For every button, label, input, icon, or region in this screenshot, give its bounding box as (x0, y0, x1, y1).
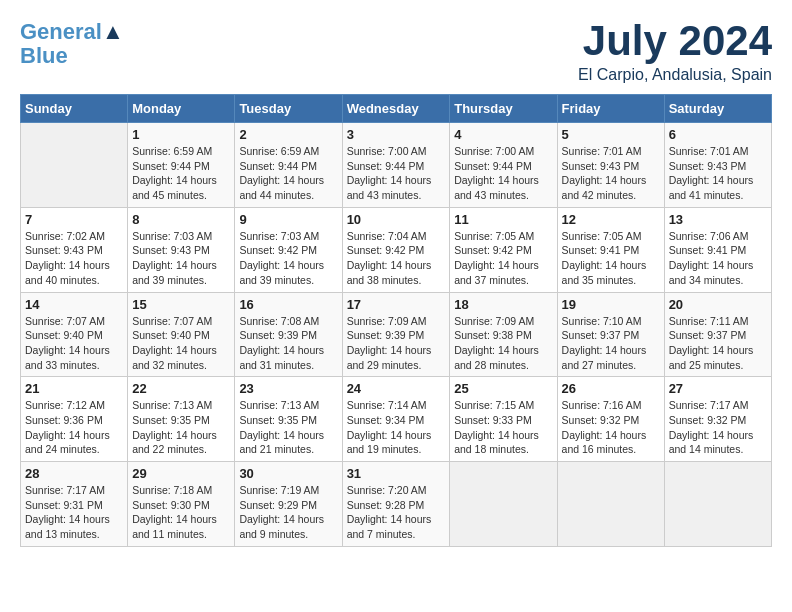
calendar-cell (450, 462, 557, 547)
day-info: Sunrise: 7:15 AM Sunset: 9:33 PM Dayligh… (454, 398, 552, 457)
day-number: 5 (562, 127, 660, 142)
day-number: 27 (669, 381, 767, 396)
day-info: Sunrise: 7:06 AM Sunset: 9:41 PM Dayligh… (669, 229, 767, 288)
calendar-cell: 19Sunrise: 7:10 AM Sunset: 9:37 PM Dayli… (557, 292, 664, 377)
day-info: Sunrise: 6:59 AM Sunset: 9:44 PM Dayligh… (239, 144, 337, 203)
day-number: 19 (562, 297, 660, 312)
header-cell-monday: Monday (128, 95, 235, 123)
calendar-body: 1Sunrise: 6:59 AM Sunset: 9:44 PM Daylig… (21, 123, 772, 547)
day-info: Sunrise: 7:20 AM Sunset: 9:28 PM Dayligh… (347, 483, 446, 542)
day-number: 21 (25, 381, 123, 396)
calendar-cell (664, 462, 771, 547)
calendar-cell: 4Sunrise: 7:00 AM Sunset: 9:44 PM Daylig… (450, 123, 557, 208)
day-info: Sunrise: 7:13 AM Sunset: 9:35 PM Dayligh… (132, 398, 230, 457)
calendar-cell: 5Sunrise: 7:01 AM Sunset: 9:43 PM Daylig… (557, 123, 664, 208)
day-number: 9 (239, 212, 337, 227)
calendar-cell: 14Sunrise: 7:07 AM Sunset: 9:40 PM Dayli… (21, 292, 128, 377)
day-number: 10 (347, 212, 446, 227)
calendar-cell: 28Sunrise: 7:17 AM Sunset: 9:31 PM Dayli… (21, 462, 128, 547)
calendar-cell: 13Sunrise: 7:06 AM Sunset: 9:41 PM Dayli… (664, 207, 771, 292)
calendar-cell: 3Sunrise: 7:00 AM Sunset: 9:44 PM Daylig… (342, 123, 450, 208)
day-number: 22 (132, 381, 230, 396)
subtitle: El Carpio, Andalusia, Spain (578, 66, 772, 84)
day-info: Sunrise: 7:07 AM Sunset: 9:40 PM Dayligh… (132, 314, 230, 373)
calendar-cell: 11Sunrise: 7:05 AM Sunset: 9:42 PM Dayli… (450, 207, 557, 292)
calendar-header-row: SundayMondayTuesdayWednesdayThursdayFrid… (21, 95, 772, 123)
day-info: Sunrise: 7:12 AM Sunset: 9:36 PM Dayligh… (25, 398, 123, 457)
calendar-cell: 16Sunrise: 7:08 AM Sunset: 9:39 PM Dayli… (235, 292, 342, 377)
day-number: 2 (239, 127, 337, 142)
week-row-1: 7Sunrise: 7:02 AM Sunset: 9:43 PM Daylig… (21, 207, 772, 292)
calendar-cell: 8Sunrise: 7:03 AM Sunset: 9:43 PM Daylig… (128, 207, 235, 292)
header-cell-tuesday: Tuesday (235, 95, 342, 123)
calendar-table: SundayMondayTuesdayWednesdayThursdayFrid… (20, 94, 772, 547)
calendar-cell: 7Sunrise: 7:02 AM Sunset: 9:43 PM Daylig… (21, 207, 128, 292)
day-number: 4 (454, 127, 552, 142)
header-cell-friday: Friday (557, 95, 664, 123)
calendar-cell: 10Sunrise: 7:04 AM Sunset: 9:42 PM Dayli… (342, 207, 450, 292)
calendar-cell: 23Sunrise: 7:13 AM Sunset: 9:35 PM Dayli… (235, 377, 342, 462)
day-info: Sunrise: 7:00 AM Sunset: 9:44 PM Dayligh… (454, 144, 552, 203)
day-info: Sunrise: 7:03 AM Sunset: 9:43 PM Dayligh… (132, 229, 230, 288)
header-cell-wednesday: Wednesday (342, 95, 450, 123)
day-number: 24 (347, 381, 446, 396)
day-number: 6 (669, 127, 767, 142)
calendar-cell (557, 462, 664, 547)
day-info: Sunrise: 7:10 AM Sunset: 9:37 PM Dayligh… (562, 314, 660, 373)
logo-text: General▲Blue (20, 20, 124, 68)
day-info: Sunrise: 7:09 AM Sunset: 9:39 PM Dayligh… (347, 314, 446, 373)
calendar-cell: 26Sunrise: 7:16 AM Sunset: 9:32 PM Dayli… (557, 377, 664, 462)
logo: General▲Blue (20, 20, 124, 68)
day-number: 26 (562, 381, 660, 396)
day-number: 29 (132, 466, 230, 481)
day-number: 12 (562, 212, 660, 227)
day-info: Sunrise: 7:09 AM Sunset: 9:38 PM Dayligh… (454, 314, 552, 373)
week-row-2: 14Sunrise: 7:07 AM Sunset: 9:40 PM Dayli… (21, 292, 772, 377)
calendar-cell: 17Sunrise: 7:09 AM Sunset: 9:39 PM Dayli… (342, 292, 450, 377)
day-number: 23 (239, 381, 337, 396)
calendar-cell: 27Sunrise: 7:17 AM Sunset: 9:32 PM Dayli… (664, 377, 771, 462)
day-number: 20 (669, 297, 767, 312)
calendar-cell (21, 123, 128, 208)
day-info: Sunrise: 7:14 AM Sunset: 9:34 PM Dayligh… (347, 398, 446, 457)
calendar-cell: 22Sunrise: 7:13 AM Sunset: 9:35 PM Dayli… (128, 377, 235, 462)
day-number: 25 (454, 381, 552, 396)
day-info: Sunrise: 7:16 AM Sunset: 9:32 PM Dayligh… (562, 398, 660, 457)
day-number: 30 (239, 466, 337, 481)
day-number: 1 (132, 127, 230, 142)
day-number: 31 (347, 466, 446, 481)
day-info: Sunrise: 7:04 AM Sunset: 9:42 PM Dayligh… (347, 229, 446, 288)
calendar-cell: 20Sunrise: 7:11 AM Sunset: 9:37 PM Dayli… (664, 292, 771, 377)
day-info: Sunrise: 7:07 AM Sunset: 9:40 PM Dayligh… (25, 314, 123, 373)
calendar-cell: 2Sunrise: 6:59 AM Sunset: 9:44 PM Daylig… (235, 123, 342, 208)
day-info: Sunrise: 7:13 AM Sunset: 9:35 PM Dayligh… (239, 398, 337, 457)
day-info: Sunrise: 7:01 AM Sunset: 9:43 PM Dayligh… (669, 144, 767, 203)
main-title: July 2024 (578, 20, 772, 62)
day-info: Sunrise: 7:18 AM Sunset: 9:30 PM Dayligh… (132, 483, 230, 542)
day-info: Sunrise: 7:02 AM Sunset: 9:43 PM Dayligh… (25, 229, 123, 288)
day-info: Sunrise: 7:05 AM Sunset: 9:41 PM Dayligh… (562, 229, 660, 288)
week-row-3: 21Sunrise: 7:12 AM Sunset: 9:36 PM Dayli… (21, 377, 772, 462)
header-cell-thursday: Thursday (450, 95, 557, 123)
calendar-cell: 9Sunrise: 7:03 AM Sunset: 9:42 PM Daylig… (235, 207, 342, 292)
title-block: July 2024 El Carpio, Andalusia, Spain (578, 20, 772, 84)
calendar-cell: 18Sunrise: 7:09 AM Sunset: 9:38 PM Dayli… (450, 292, 557, 377)
day-number: 8 (132, 212, 230, 227)
calendar-cell: 24Sunrise: 7:14 AM Sunset: 9:34 PM Dayli… (342, 377, 450, 462)
day-number: 18 (454, 297, 552, 312)
calendar-cell: 6Sunrise: 7:01 AM Sunset: 9:43 PM Daylig… (664, 123, 771, 208)
day-number: 15 (132, 297, 230, 312)
day-info: Sunrise: 7:00 AM Sunset: 9:44 PM Dayligh… (347, 144, 446, 203)
day-info: Sunrise: 7:08 AM Sunset: 9:39 PM Dayligh… (239, 314, 337, 373)
header-cell-saturday: Saturday (664, 95, 771, 123)
day-number: 11 (454, 212, 552, 227)
day-info: Sunrise: 7:17 AM Sunset: 9:31 PM Dayligh… (25, 483, 123, 542)
day-info: Sunrise: 7:11 AM Sunset: 9:37 PM Dayligh… (669, 314, 767, 373)
calendar-cell: 1Sunrise: 6:59 AM Sunset: 9:44 PM Daylig… (128, 123, 235, 208)
day-number: 7 (25, 212, 123, 227)
week-row-0: 1Sunrise: 6:59 AM Sunset: 9:44 PM Daylig… (21, 123, 772, 208)
day-number: 17 (347, 297, 446, 312)
day-number: 14 (25, 297, 123, 312)
calendar-cell: 31Sunrise: 7:20 AM Sunset: 9:28 PM Dayli… (342, 462, 450, 547)
day-number: 13 (669, 212, 767, 227)
